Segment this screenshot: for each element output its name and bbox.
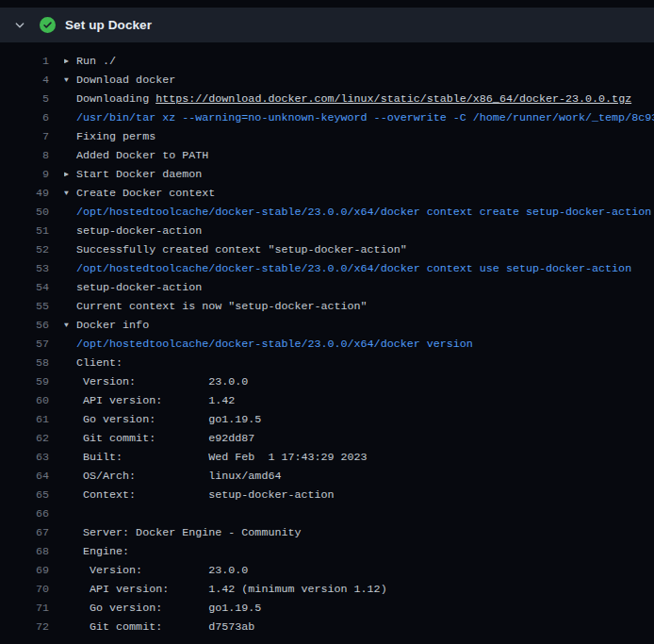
line-number[interactable]: 8: [0, 146, 49, 165]
log-text: Git commit: d7573ab: [76, 620, 254, 634]
log-text: Git commit: e92dd87: [76, 432, 254, 445]
line-content: Client:: [64, 354, 654, 372]
log-line: 55Current context is now "setup-docker-a…: [0, 297, 654, 316]
line-number[interactable]: 66: [0, 504, 49, 523]
line-content: Version: 23.0.0: [64, 372, 654, 391]
line-number[interactable]: 49: [0, 184, 49, 203]
line-number[interactable]: 69: [0, 561, 49, 580]
group-expand-icon[interactable]: ▶: [64, 52, 76, 71]
line-content: API version: 1.42 (minimum version 1.12): [64, 580, 654, 599]
line-content: Git commit: e92dd87: [64, 429, 654, 448]
line-number[interactable]: 57: [0, 335, 49, 354]
line-content: Version: 23.0.0: [64, 561, 654, 580]
line-number[interactable]: 52: [0, 240, 49, 259]
log-text: Docker info: [76, 319, 149, 332]
line-number[interactable]: 53: [0, 259, 49, 278]
log-text: Client:: [76, 356, 123, 370]
line-content: Context: setup-docker-action: [64, 486, 654, 504]
log-text: Context: setup-docker-action: [76, 488, 335, 502]
line-number[interactable]: 67: [0, 523, 49, 542]
line-number[interactable]: 1: [0, 52, 49, 71]
line-number[interactable]: 60: [0, 391, 49, 410]
line-number[interactable]: 50: [0, 203, 49, 222]
line-number[interactable]: 63: [0, 448, 49, 467]
line-number[interactable]: 7: [0, 127, 49, 146]
line-content: [64, 504, 654, 523]
log-group-line[interactable]: 1▶Run ./: [0, 52, 654, 71]
log-text: Run ./: [76, 55, 116, 68]
line-number[interactable]: 72: [0, 618, 49, 636]
log-area: 1▶Run ./4▼Download docker5Downloading ht…: [0, 42, 654, 636]
line-number[interactable]: 9: [0, 165, 49, 184]
log-line: 53/opt/hostedtoolcache/docker-stable/23.…: [0, 259, 654, 278]
log-line: 50/opt/hostedtoolcache/docker-stable/23.…: [0, 203, 654, 222]
step-title: Set up Docker: [65, 18, 152, 32]
log-line: 69 Version: 23.0.0: [0, 561, 654, 580]
log-line: 71 Go version: go1.19.5: [0, 599, 654, 618]
log-text: Built: Wed Feb 1 17:43:29 2023: [76, 451, 368, 464]
line-content: Server: Docker Engine - Community: [64, 523, 654, 542]
line-number[interactable]: 68: [0, 542, 49, 561]
line-content: Built: Wed Feb 1 17:43:29 2023: [64, 448, 654, 467]
line-content: ▼Create Docker context: [64, 184, 654, 203]
line-number[interactable]: 65: [0, 486, 49, 504]
line-number[interactable]: 54: [0, 278, 49, 297]
group-collapse-icon[interactable]: ▼: [64, 316, 76, 335]
line-content: Downloading https://download.docker.com/…: [64, 90, 654, 108]
line-content: Current context is now "setup-docker-act…: [64, 297, 654, 316]
log-line: 7Fixing perms: [0, 127, 654, 146]
log-text: Version: 23.0.0: [76, 375, 248, 388]
log-line: 64 OS/Arch: linux/amd64: [0, 467, 654, 486]
line-number[interactable]: 70: [0, 580, 49, 599]
line-number[interactable]: 59: [0, 372, 49, 391]
group-collapse-icon[interactable]: ▼: [64, 71, 76, 90]
line-number[interactable]: 4: [0, 71, 49, 90]
log-group-line[interactable]: 9▶Start Docker daemon: [0, 165, 654, 184]
line-content: /opt/hostedtoolcache/docker-stable/23.0.…: [64, 203, 654, 222]
log-line: 58Client:: [0, 354, 654, 372]
line-content: setup-docker-action: [64, 222, 654, 240]
line-content: Go version: go1.19.5: [64, 410, 654, 429]
log-group-line[interactable]: 4▼Download docker: [0, 71, 654, 90]
log-text: API version: 1.42 (minimum version 1.12): [76, 583, 387, 596]
log-group-line[interactable]: 56▼Docker info: [0, 316, 654, 335]
line-content: /opt/hostedtoolcache/docker-stable/23.0.…: [64, 335, 654, 354]
log-line: 54setup-docker-action: [0, 278, 654, 297]
log-group-line[interactable]: 49▼Create Docker context: [0, 184, 654, 203]
line-content: Engine:: [64, 542, 654, 561]
group-collapse-icon[interactable]: ▼: [64, 184, 76, 203]
log-line: 59 Version: 23.0.0: [0, 372, 654, 391]
line-content: Go version: go1.19.5: [64, 599, 654, 618]
log-line: 62 Git commit: e92dd87: [0, 429, 654, 448]
log-text: Added Docker to PATH: [76, 149, 208, 162]
line-number[interactable]: 51: [0, 222, 49, 240]
group-expand-icon[interactable]: ▶: [64, 165, 76, 184]
line-number[interactable]: 61: [0, 410, 49, 429]
line-content: Successfully created context "setup-dock…: [64, 240, 654, 259]
log-lines: 1▶Run ./4▼Download docker5Downloading ht…: [0, 52, 654, 636]
log-line: 65 Context: setup-docker-action: [0, 486, 654, 504]
log-text: OS/Arch: linux/amd64: [76, 470, 281, 483]
log-link[interactable]: https://download.docker.com/linux/static…: [155, 92, 631, 106]
step-header[interactable]: Set up Docker: [0, 8, 654, 42]
line-content: OS/Arch: linux/amd64: [64, 467, 654, 486]
log-text: API version: 1.42: [76, 394, 235, 407]
top-spacer: [0, 0, 654, 8]
line-number[interactable]: 56: [0, 316, 49, 335]
log-text: Start Docker daemon: [76, 168, 202, 181]
line-number[interactable]: 62: [0, 429, 49, 448]
line-content: API version: 1.42: [64, 391, 654, 410]
chevron-down-icon[interactable]: [13, 19, 26, 32]
log-line: 68 Engine:: [0, 542, 654, 561]
log-text: Current context is now "setup-docker-act…: [76, 300, 368, 313]
log-text: Engine:: [76, 545, 129, 558]
line-number[interactable]: 71: [0, 599, 49, 618]
line-number[interactable]: 6: [0, 108, 49, 127]
check-circle-icon: [40, 17, 56, 33]
line-content: /usr/bin/tar xz --warning=no-unknown-key…: [64, 108, 654, 127]
log-line: 5Downloading https://download.docker.com…: [0, 90, 654, 108]
line-number[interactable]: 64: [0, 467, 49, 486]
line-number[interactable]: 58: [0, 354, 49, 372]
line-number[interactable]: 5: [0, 90, 49, 108]
line-number[interactable]: 55: [0, 297, 49, 316]
